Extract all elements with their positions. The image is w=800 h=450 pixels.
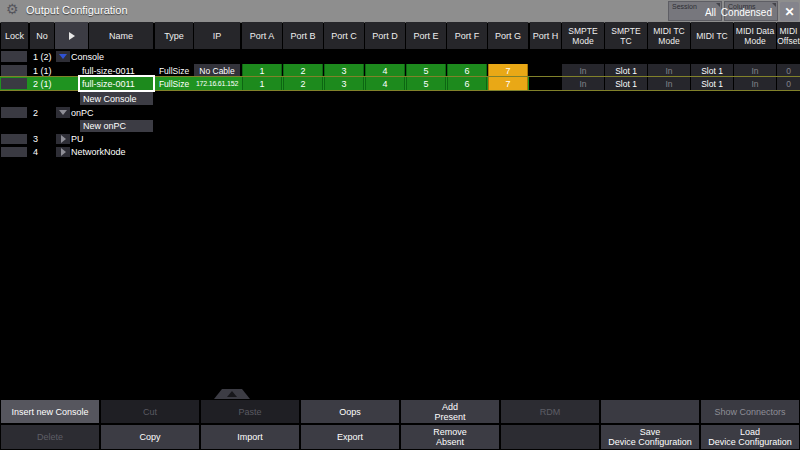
lock-button[interactable] xyxy=(1,147,27,157)
toolbar-empty-cell xyxy=(601,400,699,423)
chevron-right-icon xyxy=(61,135,66,143)
type-cell[interactable]: FullSize xyxy=(155,77,193,90)
port-f-cell[interactable]: 6 xyxy=(447,77,487,90)
no-cell[interactable]: 1 (2) xyxy=(30,50,54,63)
header-smpte-tc[interactable]: SMPTE TC xyxy=(605,22,647,49)
no-cell[interactable]: 2 xyxy=(30,106,54,119)
toolbar-row-1: Insert new Console Cut Paste Oops Add Pr… xyxy=(0,400,800,423)
row-pu-group: 3 PU xyxy=(0,133,800,145)
header-port-d[interactable]: Port D xyxy=(365,22,405,49)
new-console-button[interactable]: New Console xyxy=(80,92,153,105)
midi-tc-mode-cell[interactable]: In xyxy=(648,77,690,90)
header-port-g[interactable]: Port G xyxy=(488,22,528,49)
table-header: Lock No Name Type IP Port A Port B Port … xyxy=(0,22,800,49)
remove-absent-button[interactable]: Remove Absent xyxy=(401,425,499,449)
expand-all-icon xyxy=(69,32,75,40)
chevron-right-icon xyxy=(61,148,66,156)
no-cell[interactable]: 2 (1) xyxy=(30,77,54,90)
header-lock[interactable]: Lock xyxy=(1,22,28,49)
session-selector[interactable]: Session All xyxy=(668,1,722,21)
midi-offset-cell[interactable]: 0 xyxy=(777,77,800,90)
header-midi-tc[interactable]: MIDI TC xyxy=(691,22,733,49)
header-midi-offset[interactable]: MIDI Offset xyxy=(777,22,800,49)
lock-button[interactable] xyxy=(1,107,27,118)
no-cell[interactable]: 4 xyxy=(30,146,54,158)
group-name[interactable]: NetworkNode xyxy=(71,146,126,158)
group-name[interactable]: Console xyxy=(71,50,104,63)
oops-button[interactable]: Oops xyxy=(301,400,399,423)
header-no[interactable]: No xyxy=(30,22,54,49)
row-onpc-group: 2 onPC xyxy=(0,106,800,119)
title-bar: ⚙ Output Configuration Session All Colum… xyxy=(0,0,800,23)
header-port-f[interactable]: Port F xyxy=(447,22,487,49)
columns-selector[interactable]: Columns Condensed xyxy=(724,1,778,21)
chevron-up-icon xyxy=(227,391,237,397)
session-label: Session xyxy=(672,3,697,10)
header-ip[interactable]: IP xyxy=(194,22,240,49)
no-cell[interactable]: 3 xyxy=(30,133,54,145)
expand-button[interactable] xyxy=(56,147,70,157)
session-value: All xyxy=(705,7,716,18)
row-console-group: 1 (2) Console xyxy=(0,50,800,63)
group-name[interactable]: onPC xyxy=(71,106,94,119)
lock-button[interactable] xyxy=(1,65,27,76)
header-port-b[interactable]: Port B xyxy=(283,22,323,49)
lock-button[interactable] xyxy=(1,51,27,62)
header-type[interactable]: Type xyxy=(155,22,193,49)
header-port-e[interactable]: Port E xyxy=(406,22,446,49)
header-smpte-mode[interactable]: SMPTE Mode xyxy=(562,22,604,49)
row-new-console: New Console xyxy=(0,92,800,105)
corner-notch-icon xyxy=(716,3,720,7)
gear-icon: ⚙ xyxy=(6,1,19,17)
window-title: Output Configuration xyxy=(26,4,128,16)
header-port-a[interactable]: Port A xyxy=(242,22,282,49)
copy-button[interactable]: Copy xyxy=(101,425,199,449)
port-g-cell[interactable]: 7 xyxy=(488,77,528,90)
chevron-down-icon xyxy=(59,110,67,115)
port-e-cell[interactable]: 5 xyxy=(406,77,446,90)
toolbar-row-2: Delete Copy Import Export Remove Absent … xyxy=(0,425,800,449)
new-onpc-button[interactable]: New onPC xyxy=(80,120,153,132)
paste-button[interactable]: Paste xyxy=(201,400,299,423)
ip-cell[interactable]: 172.16.61.152 xyxy=(194,77,240,90)
midi-data-mode-cell[interactable]: In xyxy=(734,77,776,90)
smpte-mode-cell[interactable]: In xyxy=(562,77,604,90)
row-console-2-selected: 2 (1) full-size-0011 FullSize 172.16.61.… xyxy=(0,76,800,91)
rdm-button[interactable]: RDM xyxy=(501,400,599,423)
header-expand[interactable] xyxy=(55,22,88,49)
show-connectors-button[interactable]: Show Connectors xyxy=(701,400,799,423)
close-button[interactable]: ✕ xyxy=(780,2,799,21)
export-button[interactable]: Export xyxy=(301,425,399,449)
delete-button[interactable]: Delete xyxy=(1,425,99,449)
name-edit-cell[interactable]: full-size-0011 xyxy=(78,75,155,92)
add-present-button[interactable]: Add Present xyxy=(401,400,499,423)
port-b-cell[interactable]: 2 xyxy=(283,77,323,90)
toolbar-drag-handle[interactable] xyxy=(214,389,250,399)
insert-new-console-button[interactable]: Insert new Console xyxy=(1,400,99,423)
toolbar-empty-cell xyxy=(501,425,599,449)
smpte-tc-cell[interactable]: Slot 1 xyxy=(605,77,647,90)
lock-button[interactable] xyxy=(1,78,27,89)
cut-button[interactable]: Cut xyxy=(101,400,199,423)
header-port-c[interactable]: Port C xyxy=(324,22,364,49)
header-midi-tc-mode[interactable]: MIDI TC Mode xyxy=(648,22,690,49)
save-device-configuration-button[interactable]: Save Device Configuration xyxy=(601,425,699,449)
chevron-down-icon xyxy=(59,54,67,59)
port-c-cell[interactable]: 3 xyxy=(324,77,364,90)
port-a-cell[interactable]: 1 xyxy=(242,77,282,90)
lock-button[interactable] xyxy=(1,134,27,144)
header-port-h[interactable]: Port H xyxy=(530,22,561,49)
import-button[interactable]: Import xyxy=(201,425,299,449)
expand-button[interactable] xyxy=(56,134,70,144)
midi-tc-cell[interactable]: Slot 1 xyxy=(691,77,733,90)
row-networknode-group: 4 NetworkNode xyxy=(0,146,800,158)
collapse-button[interactable] xyxy=(56,107,70,118)
port-d-cell[interactable]: 4 xyxy=(365,77,405,90)
load-device-configuration-button[interactable]: Load Device Configuration xyxy=(701,425,799,449)
columns-value: Condensed xyxy=(721,7,772,18)
header-midi-data-mode[interactable]: MIDI Data Mode xyxy=(734,22,776,49)
group-name[interactable]: PU xyxy=(71,133,84,145)
collapse-button[interactable] xyxy=(56,51,70,62)
output-configuration-window: ⚙ Output Configuration Session All Colum… xyxy=(0,0,800,450)
header-name[interactable]: Name xyxy=(89,22,153,49)
